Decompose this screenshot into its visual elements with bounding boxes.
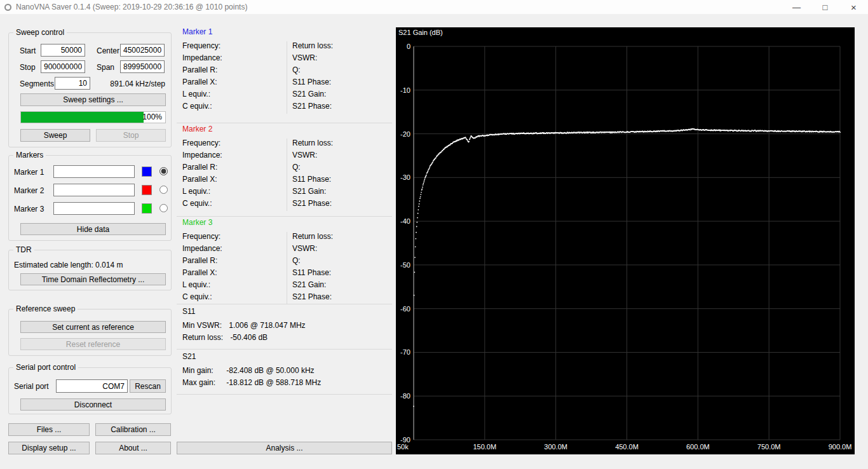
span-label: Span xyxy=(97,63,114,72)
marker-color-swatch[interactable] xyxy=(142,185,152,195)
tdr-group-title: TDR xyxy=(13,245,34,254)
marker-input[interactable] xyxy=(53,202,135,215)
sweep-control-group-title: Sweep control xyxy=(13,28,67,37)
marker-row-label: Marker 2 xyxy=(14,186,44,195)
field-label: S11 Phase: xyxy=(292,78,392,90)
marker-input[interactable] xyxy=(53,165,135,178)
s21-min-gain-row: Min gain: -82.408 dB @ 50.000 kHz xyxy=(177,366,392,378)
y-tick-label: 0 xyxy=(407,43,410,50)
cable-length-label: Estimated cable length: 0.014 m xyxy=(14,261,123,269)
field-label: Frequency: xyxy=(182,41,287,53)
start-label: Start xyxy=(20,46,36,55)
window-controls: — □ × xyxy=(782,0,868,14)
hide-data-button[interactable]: Hide data xyxy=(20,223,166,235)
start-input[interactable] xyxy=(41,44,85,57)
s11-return-loss-row: Return loss: -50.406 dB xyxy=(177,333,392,345)
marker-color-swatch[interactable] xyxy=(142,167,152,177)
reset-reference-button[interactable]: Reset reference xyxy=(20,338,166,350)
s21-max-gain-label: Max gain: xyxy=(182,378,219,387)
window-title: NanoVNA Saver 0.1.4 (Sweep: 2019-10-29 2… xyxy=(16,3,247,11)
field-label: C equiv.: xyxy=(182,199,287,211)
rescan-button[interactable]: Rescan xyxy=(130,379,166,393)
segments-input[interactable] xyxy=(55,77,90,90)
s11-min-vswr-value: 1.006 @ 718.047 MHz xyxy=(229,321,305,330)
marker-row: Marker 3 xyxy=(9,202,171,216)
y-tick-label: -60 xyxy=(400,305,410,313)
disconnect-button[interactable]: Disconnect xyxy=(20,398,166,411)
y-tick-label: -80 xyxy=(400,392,410,400)
minimize-icon[interactable]: — xyxy=(782,0,811,14)
separator xyxy=(177,349,392,350)
marker-left-fields: Frequency:Impedance:Parallel R:Parallel … xyxy=(177,139,287,211)
serial-port-input[interactable] xyxy=(56,379,128,393)
about-button[interactable]: About ... xyxy=(95,442,171,454)
s11-section-title: S11 xyxy=(177,307,392,317)
field-label: S21 Gain: xyxy=(292,280,392,292)
separator xyxy=(177,394,392,395)
display-setup-button[interactable]: Display setup ... xyxy=(8,442,90,454)
y-tick-label: -70 xyxy=(400,348,410,356)
field-label: VSWR: xyxy=(292,151,392,163)
y-tick-label: -10 xyxy=(400,86,410,94)
files-button[interactable]: Files ... xyxy=(8,423,90,436)
field-label: L equiv.: xyxy=(182,280,287,292)
x-tick-label: 50k xyxy=(397,443,409,451)
marker-radio[interactable] xyxy=(159,186,168,194)
s11-return-loss-label: Return loss: xyxy=(182,333,223,342)
marker-detail-columns: Frequency:Impedance:Parallel R:Parallel … xyxy=(177,139,392,211)
center-label: Center xyxy=(97,46,119,55)
analysis-button[interactable]: Analysis ... xyxy=(177,442,392,454)
serial-port-label: Serial port xyxy=(14,382,49,391)
markers-group: Markers Marker 1 Marker 2 Marker 3 Hide … xyxy=(8,155,172,241)
maximize-icon[interactable]: □ xyxy=(811,0,839,14)
close-icon[interactable]: × xyxy=(839,0,868,14)
progress-percent: 100% xyxy=(142,112,162,121)
x-tick-label: 450.0M xyxy=(615,443,639,451)
cable-length-text: Estimated cable length: xyxy=(14,261,93,269)
field-label: Parallel R: xyxy=(182,256,287,268)
sweep-button[interactable]: Sweep xyxy=(20,129,90,142)
s21-summary-section: S21 Min gain: -82.408 dB @ 50.000 kHz Ma… xyxy=(177,352,392,390)
s11-min-vswr-row: Min VSWR: 1.006 @ 718.047 MHz xyxy=(177,321,392,333)
y-tick-label: -40 xyxy=(400,217,410,225)
stop-label: Stop xyxy=(20,63,36,72)
field-label: Q: xyxy=(292,163,392,175)
field-label: S11 Phase: xyxy=(292,175,392,187)
calibration-button[interactable]: Calibration ... xyxy=(95,423,171,436)
center-input[interactable] xyxy=(120,44,165,57)
marker-radio[interactable] xyxy=(159,204,168,212)
y-tick-label: -20 xyxy=(400,130,410,138)
marker-input[interactable] xyxy=(53,184,135,196)
separator xyxy=(177,123,392,123)
field-label: Impedance: xyxy=(182,53,287,65)
field-label: Parallel R: xyxy=(182,163,287,175)
span-input[interactable] xyxy=(120,60,165,73)
stop-input[interactable] xyxy=(41,60,85,73)
y-tick-label: -50 xyxy=(400,261,410,269)
marker-right-fields: Return loss:VSWR:Q:S11 Phase:S21 Gain:S2… xyxy=(287,139,392,211)
field-label: Q: xyxy=(292,256,392,268)
s21-max-gain-value: -18.812 dB @ 588.718 MHz xyxy=(226,378,321,387)
marker-right-fields: Return loss:VSWR:Q:S11 Phase:S21 Gain:S2… xyxy=(287,41,392,114)
marker-detail-columns: Frequency:Impedance:Parallel R:Parallel … xyxy=(177,232,392,304)
serial-port-group-title: Serial port control xyxy=(13,363,78,372)
sweep-settings-button[interactable]: Sweep settings ... xyxy=(20,93,166,106)
marker-data-panel: Marker 1 Frequency:Impedance:Parallel R:… xyxy=(177,27,392,454)
s21-section-title: S21 xyxy=(177,352,392,362)
y-tick-label: -30 xyxy=(400,173,410,181)
s21-chart[interactable]: 0-10-20-30-40-50-60-70-80-9050k150.0M300… xyxy=(396,27,855,454)
set-reference-button[interactable]: Set current as reference xyxy=(20,321,166,333)
serial-port-group: Serial port control Serial port Rescan D… xyxy=(8,367,172,414)
field-label: Return loss: xyxy=(292,232,392,244)
marker-detail-title: Marker 2 xyxy=(177,125,392,135)
x-tick-label: 300.0M xyxy=(544,443,567,451)
marker-radio[interactable] xyxy=(159,167,168,175)
stop-button[interactable]: Stop xyxy=(96,129,166,142)
marker-color-swatch[interactable] xyxy=(142,203,152,214)
field-label: Parallel X: xyxy=(182,268,287,280)
x-tick-label: 750.0M xyxy=(757,443,781,451)
tdr-button[interactable]: Time Domain Reflectometry ... xyxy=(20,273,166,285)
separator xyxy=(177,304,392,304)
field-label: S21 Gain: xyxy=(292,187,392,199)
segments-label: Segments xyxy=(20,79,54,88)
